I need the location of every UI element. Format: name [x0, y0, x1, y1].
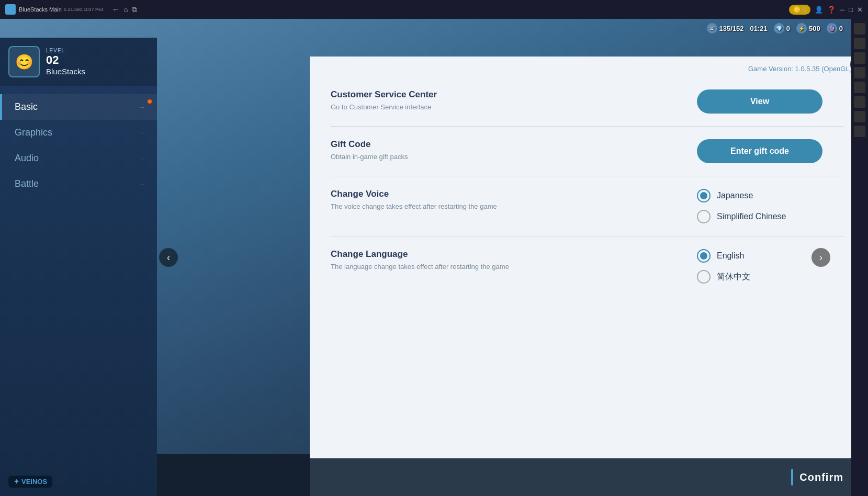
- lang-simplified-chinese-radio[interactable]: [697, 270, 711, 284]
- settings-row-gift-code: Gift Code Obtain in-game gift packs Ente…: [331, 127, 843, 176]
- sidebar-tool-8[interactable]: [854, 126, 865, 137]
- lang-english-radio[interactable]: [697, 249, 711, 263]
- user-info: LEVEL 02 BlueStacks: [46, 48, 85, 76]
- lang-english-label: English: [717, 251, 744, 261]
- user-icon[interactable]: 👤: [815, 6, 823, 14]
- title-bar: BlueStacks Main 5.21.560.1027 P64 ← ⌂ ⧉ …: [0, 0, 868, 19]
- hp-icon: ⚔: [707, 23, 717, 33]
- sidebar-tool-1[interactable]: [854, 23, 865, 35]
- panel-content: Customer Service Center Go to Customer S…: [310, 77, 851, 458]
- lang-simplified-chinese-option[interactable]: 简休中文: [697, 270, 750, 284]
- timer-display: 01:21: [750, 25, 768, 32]
- nav-window-icon[interactable]: ⧉: [132, 5, 137, 14]
- settings-row-change-language: Change Language The language change take…: [331, 236, 843, 296]
- gift-code-desc: Obtain in-game gift packs: [331, 152, 676, 162]
- confirm-button[interactable]: Confirm: [791, 469, 843, 486]
- nav-arrow-left[interactable]: ‹: [159, 248, 178, 267]
- change-voice-desc: The voice change takes effect after rest…: [331, 201, 676, 212]
- change-language-title: Change Language: [331, 249, 676, 260]
- voice-japanese-label: Japanese: [717, 191, 753, 200]
- currency2-icon: ⚡: [796, 23, 807, 33]
- change-language-info: Change Language The language change take…: [331, 249, 697, 272]
- gift-code-title: Gift Code: [331, 139, 676, 150]
- audio-label: Audio: [15, 153, 39, 164]
- panel-header: Game Version: 1.0.5.35 (OpenGL): [310, 57, 851, 77]
- title-bar-right: 🪙 0 👤 ❓ ─ □ ✕: [789, 5, 863, 15]
- nav-arrow-right[interactable]: ›: [811, 248, 830, 267]
- app-name: BlueStacks Main: [19, 6, 62, 13]
- nav-home-icon[interactable]: ⌂: [123, 5, 128, 14]
- sidebar-tool-3[interactable]: [854, 52, 865, 64]
- change-voice-info: Change Voice The voice change takes effe…: [331, 189, 697, 212]
- voice-simplified-chinese-option[interactable]: Simplified Chinese: [697, 210, 786, 223]
- customer-service-info: Customer Service Center Go to Customer S…: [331, 89, 697, 112]
- sidebar-item-battle[interactable]: Battle: [0, 171, 157, 197]
- voice-japanese-radio[interactable]: [697, 189, 711, 202]
- bluestacks-right-sidebar: [851, 19, 868, 496]
- nav-back-icon[interactable]: ←: [112, 5, 119, 14]
- voice-simplified-chinese-label: Simplified Chinese: [717, 212, 786, 221]
- settings-row-customer-service: Customer Service Center Go to Customer S…: [331, 77, 843, 127]
- currency1-display: 💎 0: [774, 23, 790, 33]
- settings-footer: ✦ VEINOS: [0, 467, 157, 496]
- username: BlueStacks: [46, 67, 85, 76]
- lang-english-option[interactable]: English: [697, 249, 744, 263]
- basic-label: Basic: [15, 102, 38, 112]
- game-overlay: ⚔ 135/152 01:21 💎 0 ⚡ 500 🔮 0 😊 LEVEL 02…: [0, 19, 851, 496]
- nav-items: Basic Graphics Audio Battle: [0, 94, 157, 467]
- customer-service-actions: View: [697, 89, 843, 114]
- app-version: 5.21.560.1027 P64: [64, 7, 104, 12]
- sidebar-item-audio[interactable]: Audio: [0, 145, 157, 171]
- change-voice-title: Change Voice: [331, 189, 676, 199]
- settings-sidebar: 😊 LEVEL 02 BlueStacks Basic Graphics Aud…: [0, 38, 157, 496]
- notification-dot: [148, 99, 152, 104]
- player-avatar: 😊: [8, 46, 40, 77]
- help-icon[interactable]: ❓: [827, 6, 836, 14]
- minimize-icon[interactable]: ─: [840, 6, 844, 14]
- sidebar-item-graphics[interactable]: Graphics: [0, 120, 157, 145]
- maximize-icon[interactable]: □: [849, 6, 853, 14]
- nav-controls: ← ⌂ ⧉: [112, 5, 137, 14]
- coin-badge: 🪙 0: [789, 5, 810, 15]
- currency3-display: 🔮 0: [827, 23, 843, 33]
- sidebar-tool-2[interactable]: [854, 38, 865, 49]
- customer-service-title: Customer Service Center: [331, 89, 676, 100]
- currency3-icon: 🔮: [827, 23, 837, 33]
- customer-service-desc: Go to Customer Service interface: [331, 102, 676, 112]
- sidebar-item-basic[interactable]: Basic: [0, 94, 157, 120]
- currency2-display: ⚡ 500: [796, 23, 820, 33]
- game-version: Game Version: 1.0.5.35 (OpenGL): [748, 65, 851, 73]
- level-value: 02: [46, 53, 85, 67]
- level-label: LEVEL: [46, 48, 85, 53]
- panel-confirm-bar: Confirm: [310, 458, 851, 496]
- settings-header: 😊 LEVEL 02 BlueStacks: [0, 38, 157, 86]
- close-icon[interactable]: ✕: [857, 6, 863, 14]
- voice-japanese-option[interactable]: Japanese: [697, 189, 753, 202]
- gift-code-info: Gift Code Obtain in-game gift packs: [331, 139, 697, 162]
- gift-code-actions: Enter gift code: [697, 139, 843, 163]
- sidebar-tool-4[interactable]: [854, 67, 865, 78]
- graphics-label: Graphics: [15, 127, 52, 138]
- voice-simplified-chinese-radio[interactable]: [697, 210, 711, 223]
- settings-panel: ✕ Game Version: 1.0.5.35 (OpenGL) Custom…: [310, 57, 851, 496]
- sidebar-tool-6[interactable]: [854, 96, 865, 108]
- change-voice-options: Japanese Simplified Chinese: [697, 189, 843, 223]
- bluestacks-icon: [5, 4, 16, 15]
- sidebar-tool-7[interactable]: [854, 111, 865, 122]
- panel-wrapper: ✕ Game Version: 1.0.5.35 (OpenGL) Custom…: [155, 38, 715, 496]
- lang-simplified-chinese-label: 简休中文: [717, 272, 750, 283]
- view-button[interactable]: View: [697, 89, 822, 114]
- battle-label: Battle: [15, 178, 39, 189]
- currency1-icon: 💎: [774, 23, 784, 33]
- sidebar-tool-5[interactable]: [854, 82, 865, 93]
- change-language-desc: The language change takes effect after r…: [331, 262, 676, 272]
- vein-logo: ✦ VEINOS: [8, 476, 52, 488]
- settings-row-change-voice: Change Voice The voice change takes effe…: [331, 176, 843, 236]
- hp-display: ⚔ 135/152: [707, 23, 744, 33]
- enter-gift-code-button[interactable]: Enter gift code: [697, 139, 822, 163]
- game-hud: ⚔ 135/152 01:21 💎 0 ⚡ 500 🔮 0: [698, 19, 851, 38]
